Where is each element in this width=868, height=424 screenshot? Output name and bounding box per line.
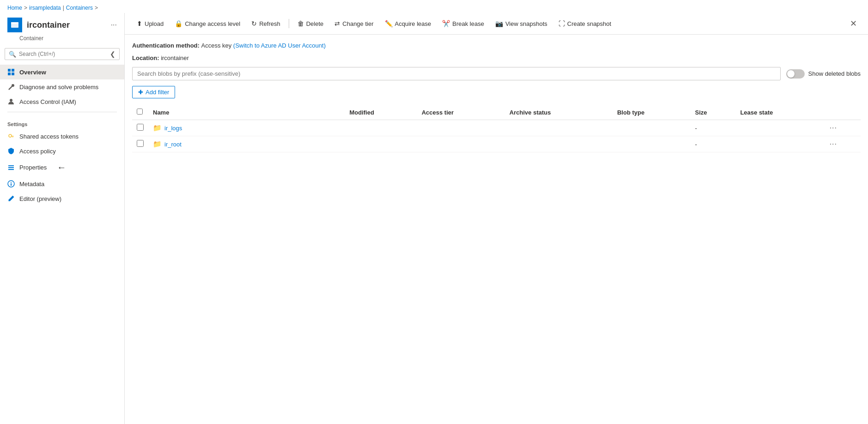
auth-method-value: Access key	[201, 42, 233, 49]
view-snapshots-label: View snapshots	[505, 20, 547, 27]
filter-row: ✚ Add filter	[132, 86, 861, 98]
sidebar-item-overview[interactable]: Overview	[0, 65, 124, 79]
add-filter-button[interactable]: ✚ Add filter	[132, 86, 175, 98]
breadcrumb-home[interactable]: Home	[7, 5, 22, 11]
col-header-blob-type: Blob type	[613, 105, 691, 120]
delete-label: Delete	[306, 20, 324, 27]
row-blob-type-cell	[613, 120, 691, 136]
svg-rect-8	[12, 136, 14, 137]
row-checkbox-cell	[132, 136, 148, 152]
svg-point-15	[11, 182, 12, 183]
row-modified-cell	[345, 136, 417, 152]
col-header-name: Name	[148, 105, 345, 120]
col-header-access-tier: Access tier	[417, 105, 505, 120]
show-deleted-toggle[interactable]	[786, 69, 805, 79]
sidebar-item-access-policy[interactable]: Access policy	[0, 144, 124, 158]
toggle-knob	[787, 70, 795, 78]
sidebar-item-access-policy-label: Access policy	[19, 148, 56, 155]
refresh-label: Refresh	[259, 20, 280, 27]
search-input[interactable]	[19, 51, 105, 57]
show-deleted-toggle-container: Show deleted blobs	[786, 69, 861, 79]
folder-link-ir_root[interactable]: 📁 ir_root	[153, 140, 340, 148]
svg-rect-1	[11, 22, 18, 24]
auth-info: Authentication method: Access key (Switc…	[132, 42, 861, 49]
row-more-cell: ···	[825, 120, 861, 136]
row-more-cell: ···	[825, 136, 861, 152]
snapshot-view-icon: 📷	[495, 20, 503, 27]
sidebar-item-metadata-label: Metadata	[19, 181, 44, 188]
row-archive-status-cell	[505, 136, 613, 152]
grid-icon	[7, 68, 15, 76]
sidebar-item-properties[interactable]: Properties ←	[0, 158, 124, 176]
row-name-cell: 📁 ir_root	[148, 136, 345, 152]
breadcrumb-containers[interactable]: Containers	[66, 5, 93, 11]
change-access-level-button[interactable]: 🔒 Change access level	[170, 17, 245, 30]
upload-button[interactable]: ⬆ Upload	[132, 17, 168, 30]
create-snapshot-button[interactable]: ⛶ Create snapshot	[554, 17, 616, 30]
auth-switch-link[interactable]: (Switch to Azure AD User Account)	[233, 42, 326, 49]
row-checkbox-cell	[132, 120, 148, 136]
sidebar-item-shared-access-tokens-label: Shared access tokens	[19, 133, 79, 140]
row-blob-type-cell	[613, 136, 691, 152]
svg-rect-3	[12, 69, 14, 72]
sidebar-search-box[interactable]: 🔍 ❮	[5, 48, 120, 60]
row-modified-cell	[345, 120, 417, 136]
sidebar-item-shared-access-tokens[interactable]: Shared access tokens	[0, 129, 124, 144]
pencil-icon	[7, 195, 15, 202]
sidebar-item-access-control-label: Access Control (IAM)	[19, 98, 76, 105]
svg-rect-11	[8, 167, 14, 168]
break-icon: ✂️	[442, 20, 450, 27]
delete-button[interactable]: 🗑 Delete	[293, 17, 328, 30]
change-tier-button[interactable]: ⇄ Change tier	[330, 17, 378, 30]
svg-point-7	[9, 134, 12, 137]
breadcrumb-sep2: |	[63, 5, 64, 11]
folder-icon-ir_logs: 📁	[153, 124, 162, 132]
auth-method-prefix: Authentication method:	[132, 42, 201, 49]
sidebar-item-overview-label: Overview	[19, 69, 46, 76]
sidebar-item-properties-label: Properties	[19, 164, 47, 171]
row-more-btn-ir_logs[interactable]: ···	[830, 124, 837, 132]
container-icon	[7, 18, 22, 32]
toolbar: ⬆ Upload 🔒 Change access level ↻ Refresh…	[125, 13, 868, 35]
sidebar-item-diagnose-label: Diagnose and solve problems	[19, 84, 98, 91]
svg-rect-2	[8, 69, 11, 72]
location-info: Location: ircontainer	[132, 55, 861, 61]
add-filter-icon: ✚	[138, 89, 143, 96]
col-header-lease-state: Lease state	[735, 105, 825, 120]
sidebar-more-btn[interactable]: ···	[111, 21, 117, 29]
breadcrumb-sep3: >	[95, 5, 98, 11]
svg-rect-10	[8, 165, 14, 166]
key-icon	[7, 133, 15, 140]
sidebar-item-diagnose[interactable]: Diagnose and solve problems	[0, 79, 124, 94]
view-snapshots-button[interactable]: 📷 View snapshots	[491, 17, 552, 30]
row-lease-state-cell	[735, 120, 825, 136]
sidebar-title: ircontainer	[27, 20, 70, 30]
settings-section-label: Settings	[0, 115, 124, 129]
sidebar-item-access-control[interactable]: Access Control (IAM)	[0, 94, 124, 109]
acquire-lease-button[interactable]: ✏️ Acquire lease	[380, 17, 436, 30]
row-more-btn-ir_root[interactable]: ···	[830, 140, 837, 148]
content-body: Authentication method: Access key (Switc…	[125, 35, 868, 424]
row-access-tier-cell	[417, 136, 505, 152]
create-snapshot-label: Create snapshot	[567, 20, 611, 27]
info-icon	[7, 180, 15, 188]
sidebar-item-metadata[interactable]: Metadata	[0, 176, 124, 191]
lease-icon: ✏️	[385, 20, 393, 27]
wrench-icon	[7, 83, 15, 91]
blob-search-input[interactable]	[132, 67, 781, 80]
sidebar-item-editor-preview-label: Editor (preview)	[19, 195, 61, 202]
break-lease-button[interactable]: ✂️ Break lease	[437, 17, 489, 30]
row-size-cell: -	[691, 136, 736, 152]
select-all-checkbox[interactable]	[137, 109, 143, 115]
folder-link-ir_logs[interactable]: 📁 ir_logs	[153, 124, 340, 132]
row-checkbox-ir_logs[interactable]	[137, 124, 144, 131]
breadcrumb-storage[interactable]: irsampledata	[29, 5, 61, 11]
close-button[interactable]: ✕	[846, 17, 861, 30]
collapse-btn[interactable]: ❮	[110, 50, 115, 58]
breadcrumb-sep1: >	[24, 5, 27, 11]
row-checkbox-ir_root[interactable]	[137, 140, 144, 147]
sidebar-item-editor-preview[interactable]: Editor (preview)	[0, 191, 124, 206]
refresh-button[interactable]: ↻ Refresh	[247, 17, 285, 30]
blob-search-row: Show deleted blobs	[132, 67, 861, 80]
location-value: ircontainer	[161, 55, 189, 61]
